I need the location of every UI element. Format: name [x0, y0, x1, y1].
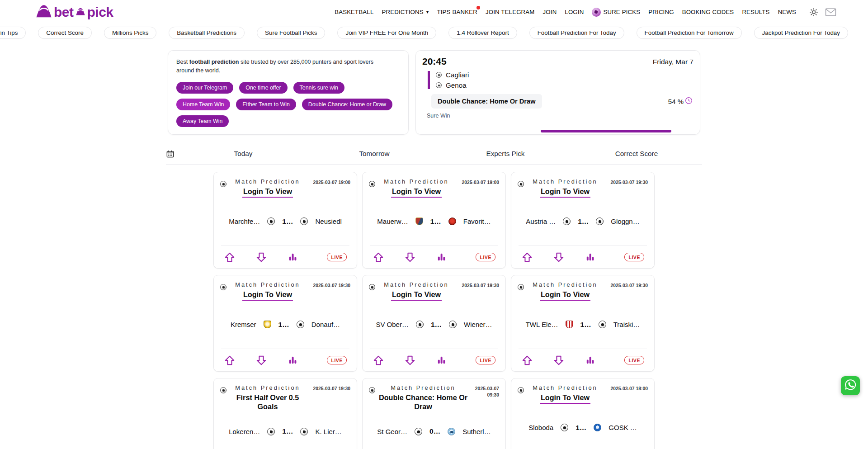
home-team-name: SV Ober… — [376, 321, 409, 328]
tag-button[interactable]: Either Team to Win — [236, 99, 296, 110]
bar-chart-icon[interactable] — [585, 354, 596, 366]
nav-item[interactable]: LOGIN ▾ — [565, 9, 584, 15]
nav-item-label: JOIN — [543, 9, 557, 15]
arrow-up-icon[interactable] — [224, 251, 236, 263]
home-team-crest-icon — [563, 217, 571, 225]
tab-item[interactable]: Tomorrow — [309, 150, 440, 158]
away-team-crest-icon — [449, 321, 457, 328]
whatsapp-button[interactable] — [841, 376, 860, 395]
arrow-down-icon[interactable] — [553, 251, 565, 263]
arrow-down-icon[interactable] — [404, 251, 416, 263]
notification-dot — [476, 6, 480, 9]
soccer-ball-icon — [518, 284, 524, 290]
away-team-row: Genoa — [436, 81, 693, 89]
prediction-pick-link[interactable]: Login To View — [540, 290, 590, 301]
nav-item[interactable]: JOIN ▾ — [543, 9, 557, 15]
bar-chart-icon[interactable] — [436, 251, 447, 263]
quick-link-pill[interactable]: Football Prediction For Tomorrow — [637, 27, 742, 39]
status-badge: LIVE — [327, 356, 347, 364]
match-datetime: 2025-03-07 19:30 — [458, 281, 499, 289]
nav-item[interactable]: PREDICTIONS ▾ — [382, 9, 429, 15]
nav-item[interactable]: BOOKING CODES ▾ — [682, 9, 734, 15]
arrow-down-icon[interactable] — [255, 251, 267, 263]
chevron-down-icon: ▾ — [426, 9, 429, 15]
nav-item-label: NEWS — [778, 9, 796, 15]
prediction-pick-link[interactable]: Double Chance: Home Or Draw — [377, 393, 469, 411]
prediction-pick-link[interactable]: Login To View — [242, 290, 293, 301]
arrow-up-icon[interactable] — [521, 251, 533, 263]
top-nav-bar: bet pick BASKETBALL ▾ PRE — [0, 0, 868, 23]
nav-item-label: LOGIN — [565, 9, 584, 15]
quick-link-pill[interactable]: Football Prediction For Today — [529, 27, 624, 39]
sun-icon[interactable] — [809, 7, 819, 17]
quick-link-pill[interactable]: Sure Win Tips — [0, 27, 26, 39]
status-badge: LIVE — [327, 253, 347, 261]
prediction-card: Match Prediction Login To View 2025-03-0… — [511, 275, 655, 372]
calendar-icon[interactable] — [166, 150, 178, 158]
arrow-down-icon[interactable] — [404, 354, 416, 366]
card-type-label: Match Prediction — [228, 384, 307, 391]
tag-button[interactable]: Home Team Win — [176, 99, 230, 110]
nav-item[interactable]: TIPS BANKER ▾ — [437, 9, 477, 15]
prediction-pick-link[interactable]: Login To View — [391, 187, 442, 198]
arrow-up-icon[interactable] — [373, 251, 384, 263]
arrow-down-icon[interactable] — [553, 354, 565, 366]
prediction-card: Match Prediction Login To View 2025-03-0… — [511, 172, 655, 269]
home-team-name: Mauerw… — [377, 217, 408, 225]
quick-link-pill[interactable]: Millions Picks — [104, 27, 156, 39]
prediction-pick-link[interactable]: First Half Over 0.5 Goals — [228, 393, 307, 411]
match-datetime: 2025-03-07 19:00 — [309, 178, 350, 186]
away-team-name: Traiski… — [613, 321, 640, 328]
status-badge: LIVE — [624, 253, 644, 261]
nav-item[interactable]: RESULTS ▾ — [742, 9, 769, 15]
prediction-pick-link[interactable]: Login To View — [540, 393, 590, 404]
card-type-label: Match Prediction — [526, 384, 604, 391]
tag-button[interactable]: Tennis sure win — [293, 82, 344, 94]
home-team-row: Cagliari — [436, 71, 693, 79]
away-team-name: Donauf… — [311, 321, 340, 328]
hidden-score: 1… — [580, 321, 591, 329]
soccer-ball-icon — [369, 284, 375, 290]
arrow-down-icon[interactable] — [255, 354, 267, 366]
tab-item[interactable]: Today — [178, 150, 309, 158]
mail-icon[interactable] — [825, 7, 836, 17]
quick-link-pill[interactable]: Correct Score — [38, 27, 92, 39]
nav-item[interactable]: JOIN TELEGRAM ▾ — [486, 9, 535, 15]
arrow-up-icon[interactable] — [373, 354, 384, 366]
bar-chart-icon[interactable] — [436, 354, 447, 366]
nav-item[interactable]: PRICING ▾ — [648, 9, 674, 15]
quick-link-pill[interactable]: Join VIP FREE For One Month — [337, 27, 436, 39]
featured-match-card[interactable]: 20:45 Friday, Mar 7 Cagliari Genoa Doubl… — [415, 50, 700, 135]
home-team-crest-icon — [267, 217, 275, 225]
tag-button[interactable]: Double Chance: Home or Draw — [302, 99, 392, 110]
bar-chart-icon[interactable] — [585, 251, 596, 263]
soccer-ball-icon — [436, 82, 442, 88]
quick-link-pill[interactable]: Basketball Predictions — [169, 27, 245, 39]
quick-link-pill[interactable]: Jackpot Prediction For Today — [754, 27, 848, 39]
tag-button[interactable]: Away Team Win — [176, 115, 229, 127]
tab-item[interactable]: Correct Score — [571, 150, 702, 158]
soccer-ball-icon — [518, 181, 524, 187]
away-team-crest-icon — [599, 321, 606, 328]
arrow-up-icon[interactable] — [521, 354, 533, 366]
prediction-pick-link[interactable]: Login To View — [391, 290, 442, 301]
tag-button[interactable]: Join our Telegram — [176, 82, 233, 94]
nav-item[interactable]: NEWS ▾ — [778, 9, 796, 15]
card-type-label: Match Prediction — [526, 281, 604, 288]
away-team-name: Favorit… — [463, 217, 491, 225]
tag-button[interactable]: One time offer — [239, 82, 287, 94]
home-team-name: Austria … — [526, 217, 556, 225]
quick-link-pill[interactable]: 1.4 Rollover Report — [448, 27, 517, 39]
prediction-pick-link[interactable]: Login To View — [242, 187, 293, 198]
arrow-up-icon[interactable] — [224, 354, 236, 366]
away-team-name: GOSK … — [609, 424, 637, 431]
brand-logo[interactable]: bet pick — [35, 4, 113, 20]
tab-item[interactable]: Experts Pick — [440, 150, 571, 158]
nav-item[interactable]: BASKETBALL ▾ — [335, 9, 373, 15]
nav-item[interactable]: SURE PICKS ▾ — [592, 8, 640, 17]
bar-chart-icon[interactable] — [287, 354, 298, 366]
prediction-pick-link[interactable]: Login To View — [540, 187, 590, 198]
nav-item-label: SURE PICKS — [603, 9, 640, 15]
bar-chart-icon[interactable] — [287, 251, 298, 263]
quick-link-pill[interactable]: Sure Football Picks — [257, 27, 325, 39]
